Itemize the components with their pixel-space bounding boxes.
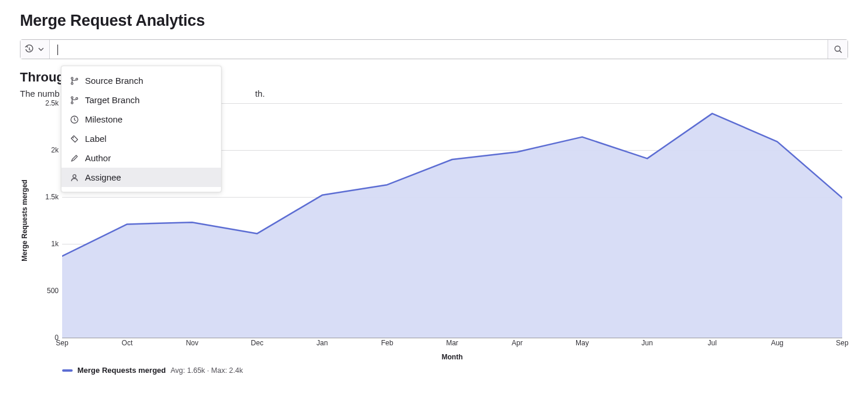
history-icon [25, 45, 34, 54]
svg-point-4 [71, 96, 73, 98]
filter-option[interactable]: Assignee [62, 168, 221, 187]
y-tick-label: 1k [27, 240, 62, 248]
y-tick-label: 500 [27, 287, 62, 295]
x-tick-label: May [576, 339, 589, 347]
branch-icon [70, 76, 79, 86]
y-tick-label: 2.5k [27, 99, 62, 107]
y-tick-label: 1.5k [27, 193, 62, 201]
filter-option-label: Target Branch [85, 95, 139, 105]
x-tick-label: Apr [512, 339, 523, 347]
filter-option[interactable]: Label [62, 129, 221, 148]
x-tick-label: Jan [316, 339, 328, 347]
svg-point-2 [71, 82, 73, 84]
x-tick-labels: SepOctNovDecJanFebMarAprMayJunJulAugSep [62, 339, 842, 348]
x-axis-title: Month [62, 353, 842, 361]
x-tick-label: Feb [381, 339, 393, 347]
page-title: Merge Request Analytics [20, 12, 848, 30]
filter-option-label: Source Branch [85, 76, 143, 86]
svg-point-9 [73, 174, 76, 177]
pencil-icon [70, 154, 79, 163]
branch-icon [70, 96, 79, 105]
x-tick-label: Aug [771, 339, 783, 347]
text-caret [57, 45, 58, 55]
grid-line [62, 338, 842, 338]
history-button[interactable] [21, 40, 50, 59]
svg-point-1 [71, 77, 73, 79]
filter-input[interactable] [50, 40, 828, 59]
section-desc-prefix: The numb [20, 89, 60, 98]
x-tick-label: Sep [836, 339, 848, 347]
x-tick-label: Mar [446, 339, 458, 347]
y-tick-label: 2k [27, 146, 62, 154]
x-tick-label: Jul [707, 339, 716, 347]
tag-icon [70, 134, 79, 144]
x-tick-label: Sep [56, 339, 68, 347]
legend-series-name: Merge Requests merged [77, 366, 166, 375]
search-button[interactable] [828, 40, 847, 59]
y-axis-title: Merge Requests merged [19, 103, 30, 338]
svg-point-6 [76, 97, 77, 99]
chevron-down-icon [36, 45, 46, 54]
x-tick-label: Jun [642, 339, 653, 347]
filter-option[interactable]: Author [62, 148, 221, 168]
x-tick-label: Dec [251, 339, 263, 347]
filter-option[interactable]: Source Branch [62, 71, 221, 90]
filter-option-label: Label [85, 134, 107, 144]
user-icon [70, 173, 79, 182]
filter-bar [20, 39, 848, 59]
clock-icon [70, 115, 79, 124]
filter-option-label: Milestone [85, 114, 122, 124]
x-tick-label: Oct [122, 339, 133, 347]
filter-option[interactable]: Milestone [62, 110, 221, 129]
chart-legend: Merge Requests merged Avg: 1.65k · Max: … [62, 366, 848, 375]
section-desc-suffix: th. [255, 89, 265, 98]
svg-point-3 [76, 78, 77, 80]
filter-option[interactable]: Target Branch [62, 90, 221, 110]
svg-point-5 [71, 101, 73, 103]
filter-option-label: Author [85, 153, 111, 163]
legend-stats: Avg: 1.65k · Max: 2.4k [171, 366, 243, 375]
search-icon [833, 45, 843, 54]
svg-point-8 [73, 137, 74, 138]
filter-option-label: Assignee [85, 172, 121, 182]
svg-point-0 [835, 46, 840, 52]
legend-swatch [62, 369, 73, 372]
x-tick-label: Nov [186, 339, 198, 347]
filter-dropdown: Source BranchTarget BranchMilestoneLabel… [61, 66, 222, 192]
